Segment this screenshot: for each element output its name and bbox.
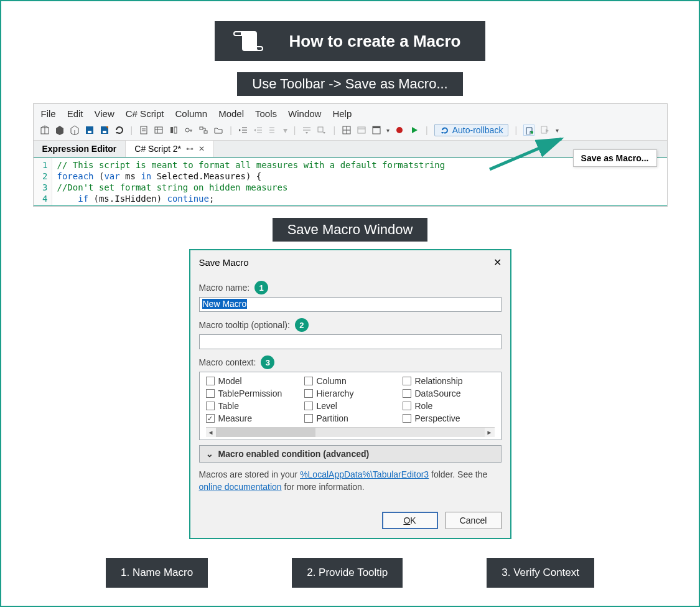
cube-deploy-icon[interactable] [70,125,80,135]
context-checkbox-hierarchy[interactable]: Hierarchy [304,388,396,398]
auto-rollback-button[interactable]: Auto-rollback [434,124,509,136]
context-checkbox-relationship[interactable]: Relationship [403,376,495,386]
folder-icon[interactable] [213,125,223,135]
menu-tools[interactable]: Tools [255,108,277,119]
context-checkbox-tablepermission[interactable]: TablePermission [206,388,298,398]
pin-icon[interactable]: ⊷ [186,144,194,153]
checkbox-label: DataSource [415,388,461,398]
macro-context-label: Macro context: [199,357,256,367]
context-box: ModelColumnRelationshipTablePermissionHi… [199,372,502,440]
menu-window[interactable]: Window [288,108,321,119]
key-icon[interactable] [184,125,194,135]
checkbox-label: Partition [317,413,348,423]
checkbox-icon [304,414,313,423]
step-badge-1: 1 [254,281,268,294]
checkbox-label: Role [415,401,433,411]
scroll-left-icon[interactable]: ◄ [206,429,216,436]
editor-window: File Edit View C# Script Column Model To… [33,103,668,207]
checkbox-icon [304,377,313,385]
svg-marker-1 [56,126,63,135]
macro-name-input[interactable]: New Macro [199,297,502,312]
code-body: // This script is meant to format all me… [52,158,450,205]
checkbox-icon [403,389,411,398]
checkbox-label: Perspective [415,413,460,423]
close-icon[interactable]: ✕ [493,256,502,268]
scroll-right-icon[interactable]: ► [485,429,495,436]
context-checkbox-table[interactable]: Table [206,401,298,411]
help-text: Macros are stored in your %LocalAppData%… [199,469,502,493]
outdent-icon[interactable] [253,125,263,135]
save-icon[interactable] [85,125,95,135]
footer-steps: 1. Name Macro 2. Provide Tooltip 3. Veri… [64,558,637,588]
menu-file[interactable]: File [41,108,56,119]
window-icon[interactable] [371,125,381,135]
indent-icon[interactable] [238,125,248,135]
context-checkbox-level[interactable]: Level [304,401,396,411]
link-localappdata[interactable]: %LocalAppData%\TabularEditor3 [300,469,429,479]
refresh-icon[interactable] [114,125,124,135]
svg-marker-47 [441,132,444,134]
menu-edit[interactable]: Edit [67,108,83,119]
cube-outline-icon[interactable] [40,125,50,135]
save-macro-icon[interactable] [523,125,534,136]
tab-expression-editor[interactable]: Expression Editor [34,141,126,157]
grid-icon[interactable] [342,125,352,135]
tab-csharp-script[interactable]: C# Script 2* ⊷ ✕ [126,141,214,157]
column-icon[interactable] [169,125,179,135]
record-icon[interactable] [394,125,404,135]
checkbox-icon [206,389,215,398]
link-online-docs[interactable]: online documentation [199,482,282,492]
horizontal-scrollbar[interactable]: ◄ ► [206,427,495,437]
ok-button[interactable]: OK [382,512,438,529]
checkbox-label: Column [317,376,347,386]
document-icon[interactable] [139,125,149,135]
menu-csharp[interactable]: C# Script [126,108,164,119]
svg-rect-20 [200,127,203,129]
context-checkbox-column[interactable]: Column [304,376,396,386]
menu-view[interactable]: View [95,108,114,119]
cube-filled-icon[interactable] [55,125,65,135]
macro-name-label: Macro name: [199,283,250,293]
context-checkbox-measure[interactable]: ✓Measure [206,413,298,423]
svg-marker-37 [323,132,325,134]
svg-line-53 [490,139,561,169]
context-checkbox-role[interactable]: Role [403,401,495,411]
save-macro-dialog: Save Macro ✕ Macro name: 1 New Macro Mac… [189,249,511,539]
insert-arrow-icon[interactable] [317,125,327,135]
menubar: File Edit View C# Script Column Model To… [34,104,667,122]
svg-rect-21 [204,131,207,133]
annotation-arrow [487,135,574,172]
svg-rect-41 [358,127,365,133]
svg-marker-46 [412,127,418,133]
uncomment-icon[interactable] [268,125,278,135]
macro-next-icon[interactable] [539,125,551,136]
auto-rollback-label: Auto-rollback [452,125,503,135]
context-checkbox-partition[interactable]: Partition [304,413,396,423]
checkbox-icon [403,377,411,385]
svg-rect-4 [88,131,91,133]
cancel-button[interactable]: Cancel [446,512,502,529]
expander-label: Macro enabled condition (advanced) [218,449,370,459]
save-folder-icon[interactable] [100,125,110,135]
insert-icon[interactable] [302,125,312,135]
macro-tooltip-input[interactable] [199,334,502,349]
line-gutter: 1234 [34,158,52,205]
menu-column[interactable]: Column [175,108,207,119]
svg-marker-29 [254,129,256,131]
play-icon[interactable] [409,125,419,135]
checkbox-icon [403,402,411,410]
panel-icon[interactable] [357,125,366,135]
close-tab-icon[interactable]: ✕ [198,144,205,153]
context-checkbox-datasource[interactable]: DataSource [403,388,495,398]
subtitle-toolbar: Use Toolbar -> Save as Macro... [237,72,462,96]
advanced-expander[interactable]: ⌄ Macro enabled condition (advanced) [199,445,502,463]
tab-label: C# Script 2* [134,144,181,154]
relationship-icon[interactable] [198,125,208,135]
menu-model[interactable]: Model [218,108,244,119]
context-checkbox-perspective[interactable]: Perspective [403,413,495,423]
menu-help[interactable]: Help [332,108,352,119]
checkbox-icon [206,377,215,385]
table-icon[interactable] [154,125,164,135]
scroll-icon [232,27,264,55]
context-checkbox-model[interactable]: Model [206,376,298,386]
